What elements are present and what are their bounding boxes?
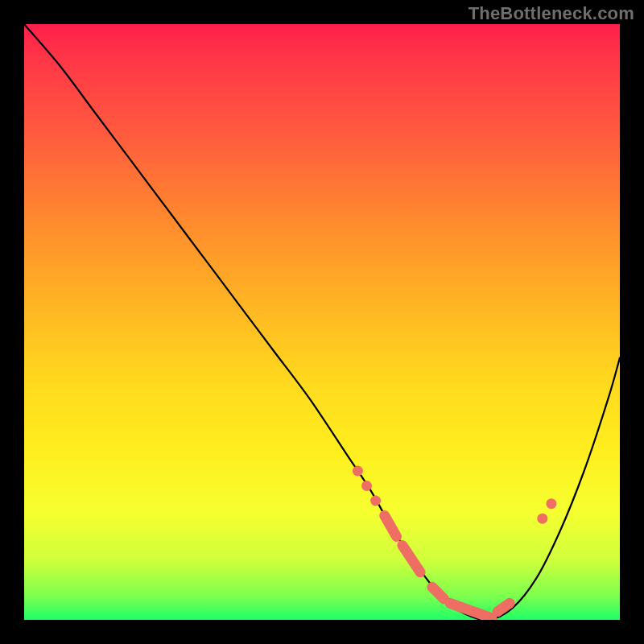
marker-pill <box>385 516 397 537</box>
marker-dot <box>370 496 381 506</box>
marker-dot <box>546 498 556 509</box>
marker-pill <box>450 603 492 618</box>
marker-dot <box>361 481 372 491</box>
chart-overlay <box>24 24 620 620</box>
plot-area <box>24 24 620 620</box>
bottleneck-curve <box>24 24 620 620</box>
curve-markers <box>353 466 557 618</box>
attribution-label: TheBottleneck.com <box>469 3 634 24</box>
canvas: TheBottleneck.com <box>0 0 644 644</box>
marker-dot <box>353 466 363 477</box>
marker-pill <box>432 587 444 599</box>
marker-dot <box>537 514 547 524</box>
marker-pill <box>497 603 510 611</box>
marker-pill <box>402 546 420 572</box>
